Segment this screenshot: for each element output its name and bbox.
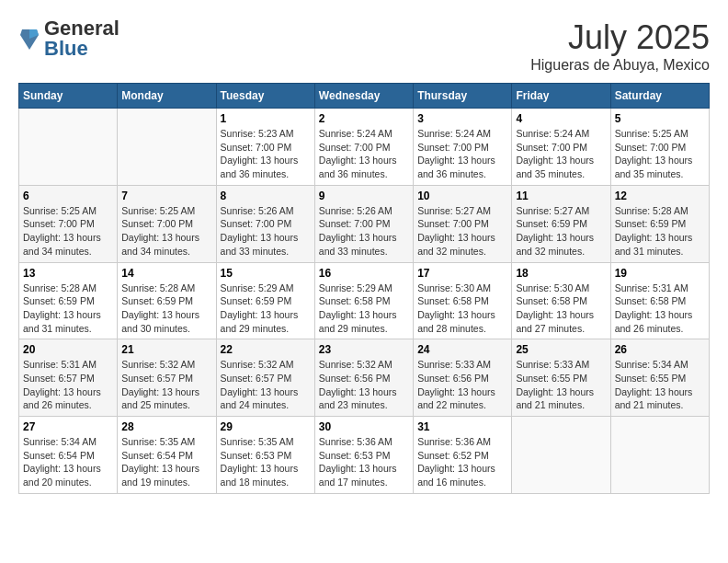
calendar-cell: 7Sunrise: 5:25 AM Sunset: 7:00 PM Daylig…: [118, 185, 216, 262]
calendar-cell: 12Sunrise: 5:28 AM Sunset: 6:59 PM Dayli…: [610, 185, 709, 262]
day-number: 12: [615, 190, 705, 202]
day-info: Sunrise: 5:30 AM Sunset: 6:58 PM Dayligh…: [516, 282, 606, 336]
day-info: Sunrise: 5:28 AM Sunset: 6:59 PM Dayligh…: [615, 204, 705, 259]
calendar-cell: 1Sunrise: 5:23 AM Sunset: 7:00 PM Daylig…: [216, 109, 314, 186]
logo-blue-text: Blue: [44, 37, 88, 60]
day-number: 27: [23, 420, 113, 433]
day-info: Sunrise: 5:26 AM Sunset: 7:00 PM Dayligh…: [221, 204, 311, 259]
day-info: Sunrise: 5:25 AM Sunset: 7:00 PM Dayligh…: [615, 127, 705, 181]
calendar-cell: 16Sunrise: 5:29 AM Sunset: 6:58 PM Dayli…: [314, 262, 413, 339]
day-number: 17: [417, 267, 507, 280]
day-number: 6: [23, 190, 113, 202]
day-info: Sunrise: 5:35 AM Sunset: 6:54 PM Dayligh…: [121, 435, 211, 489]
day-info: Sunrise: 5:27 AM Sunset: 6:59 PM Dayligh…: [516, 204, 606, 259]
weekday-header: Thursday: [414, 84, 512, 109]
day-number: 22: [221, 343, 311, 356]
day-info: Sunrise: 5:34 AM Sunset: 6:55 PM Dayligh…: [615, 358, 705, 412]
day-number: 7: [121, 190, 211, 202]
weekday-header: Sunday: [19, 84, 118, 109]
day-info: Sunrise: 5:26 AM Sunset: 7:00 PM Dayligh…: [319, 204, 409, 259]
weekday-header: Friday: [512, 84, 610, 109]
day-info: Sunrise: 5:27 AM Sunset: 7:00 PM Dayligh…: [417, 204, 507, 259]
day-number: 13: [23, 267, 113, 280]
title-block: July 2025 Higueras de Abuya, Mexico: [530, 18, 710, 74]
calendar-week-row: 1Sunrise: 5:23 AM Sunset: 7:00 PM Daylig…: [19, 109, 710, 186]
calendar-cell: 20Sunrise: 5:31 AM Sunset: 6:57 PM Dayli…: [19, 339, 118, 417]
day-number: 15: [221, 267, 311, 280]
calendar-cell: 15Sunrise: 5:29 AM Sunset: 6:59 PM Dayli…: [216, 262, 314, 339]
location: Higueras de Abuya, Mexico: [530, 57, 710, 74]
day-info: Sunrise: 5:31 AM Sunset: 6:58 PM Dayligh…: [615, 282, 705, 336]
day-number: 25: [516, 343, 606, 356]
day-info: Sunrise: 5:23 AM Sunset: 7:00 PM Dayligh…: [221, 127, 311, 181]
day-number: 30: [319, 420, 409, 433]
day-number: 23: [319, 343, 409, 356]
calendar-week-row: 13Sunrise: 5:28 AM Sunset: 6:59 PM Dayli…: [19, 262, 710, 339]
calendar-cell: 28Sunrise: 5:35 AM Sunset: 6:54 PM Dayli…: [118, 417, 216, 494]
calendar-week-row: 6Sunrise: 5:25 AM Sunset: 7:00 PM Daylig…: [19, 185, 710, 262]
day-info: Sunrise: 5:36 AM Sunset: 6:52 PM Dayligh…: [417, 435, 507, 489]
day-number: 9: [319, 190, 409, 202]
calendar-cell: 5Sunrise: 5:25 AM Sunset: 7:00 PM Daylig…: [610, 109, 709, 186]
calendar-week-row: 27Sunrise: 5:34 AM Sunset: 6:54 PM Dayli…: [19, 417, 710, 494]
day-number: 14: [121, 267, 211, 280]
calendar-cell: 19Sunrise: 5:31 AM Sunset: 6:58 PM Dayli…: [610, 262, 709, 339]
calendar-cell: 31Sunrise: 5:36 AM Sunset: 6:52 PM Dayli…: [414, 417, 512, 494]
calendar-cell: 10Sunrise: 5:27 AM Sunset: 7:00 PM Dayli…: [414, 185, 512, 262]
day-number: 10: [417, 190, 507, 202]
day-number: 5: [615, 112, 705, 125]
calendar-cell: 29Sunrise: 5:35 AM Sunset: 6:53 PM Dayli…: [216, 417, 314, 494]
calendar-cell: 25Sunrise: 5:33 AM Sunset: 6:55 PM Dayli…: [512, 339, 610, 417]
calendar-cell: 30Sunrise: 5:36 AM Sunset: 6:53 PM Dayli…: [314, 417, 413, 494]
day-number: 21: [121, 343, 211, 356]
calendar-table: SundayMondayTuesdayWednesdayThursdayFrid…: [18, 83, 710, 494]
calendar-cell: [19, 109, 118, 186]
day-info: Sunrise: 5:25 AM Sunset: 7:00 PM Dayligh…: [23, 204, 113, 259]
day-number: 29: [221, 420, 311, 433]
day-info: Sunrise: 5:32 AM Sunset: 6:57 PM Dayligh…: [121, 358, 211, 412]
calendar-cell: 4Sunrise: 5:24 AM Sunset: 7:00 PM Daylig…: [512, 109, 610, 186]
calendar-cell: [512, 417, 610, 494]
day-info: Sunrise: 5:35 AM Sunset: 6:53 PM Dayligh…: [221, 435, 311, 489]
calendar-cell: 17Sunrise: 5:30 AM Sunset: 6:58 PM Dayli…: [414, 262, 512, 339]
day-number: 16: [319, 267, 409, 280]
day-info: Sunrise: 5:34 AM Sunset: 6:54 PM Dayligh…: [23, 435, 113, 489]
day-info: Sunrise: 5:36 AM Sunset: 6:53 PM Dayligh…: [319, 435, 409, 489]
day-number: 19: [615, 267, 705, 280]
day-number: 2: [319, 112, 409, 125]
day-number: 4: [516, 112, 606, 125]
calendar-cell: 24Sunrise: 5:33 AM Sunset: 6:56 PM Dayli…: [414, 339, 512, 417]
calendar-cell: 18Sunrise: 5:30 AM Sunset: 6:58 PM Dayli…: [512, 262, 610, 339]
calendar-week-row: 20Sunrise: 5:31 AM Sunset: 6:57 PM Dayli…: [19, 339, 710, 417]
day-number: 1: [221, 112, 311, 125]
calendar-cell: 27Sunrise: 5:34 AM Sunset: 6:54 PM Dayli…: [19, 417, 118, 494]
calendar-cell: 2Sunrise: 5:24 AM Sunset: 7:00 PM Daylig…: [314, 109, 413, 186]
calendar-cell: 9Sunrise: 5:26 AM Sunset: 7:00 PM Daylig…: [314, 185, 413, 262]
day-info: Sunrise: 5:31 AM Sunset: 6:57 PM Dayligh…: [23, 358, 113, 412]
day-number: 8: [221, 190, 311, 202]
weekday-header-row: SundayMondayTuesdayWednesdayThursdayFrid…: [19, 84, 710, 109]
calendar-cell: [610, 417, 709, 494]
day-info: Sunrise: 5:24 AM Sunset: 7:00 PM Dayligh…: [417, 127, 507, 181]
calendar-cell: 23Sunrise: 5:32 AM Sunset: 6:56 PM Dayli…: [314, 339, 413, 417]
day-number: 26: [615, 343, 705, 356]
day-number: 3: [417, 112, 507, 125]
calendar-cell: 6Sunrise: 5:25 AM Sunset: 7:00 PM Daylig…: [19, 185, 118, 262]
day-info: Sunrise: 5:24 AM Sunset: 7:00 PM Dayligh…: [319, 127, 409, 181]
calendar-cell: 22Sunrise: 5:32 AM Sunset: 6:57 PM Dayli…: [216, 339, 314, 417]
page-header: General Blue July 2025 Higueras de Abuya…: [18, 18, 710, 74]
day-info: Sunrise: 5:33 AM Sunset: 6:55 PM Dayligh…: [516, 358, 606, 412]
day-number: 24: [417, 343, 507, 356]
day-info: Sunrise: 5:30 AM Sunset: 6:58 PM Dayligh…: [417, 282, 507, 336]
day-number: 11: [516, 190, 606, 202]
weekday-header: Monday: [118, 84, 216, 109]
logo: General Blue: [18, 18, 119, 59]
day-info: Sunrise: 5:28 AM Sunset: 6:59 PM Dayligh…: [23, 282, 113, 336]
day-number: 20: [23, 343, 113, 356]
calendar-cell: 21Sunrise: 5:32 AM Sunset: 6:57 PM Dayli…: [118, 339, 216, 417]
logo-icon: [18, 26, 40, 52]
day-number: 28: [121, 420, 211, 433]
day-number: 18: [516, 267, 606, 280]
day-info: Sunrise: 5:33 AM Sunset: 6:56 PM Dayligh…: [417, 358, 507, 412]
calendar-cell: 14Sunrise: 5:28 AM Sunset: 6:59 PM Dayli…: [118, 262, 216, 339]
